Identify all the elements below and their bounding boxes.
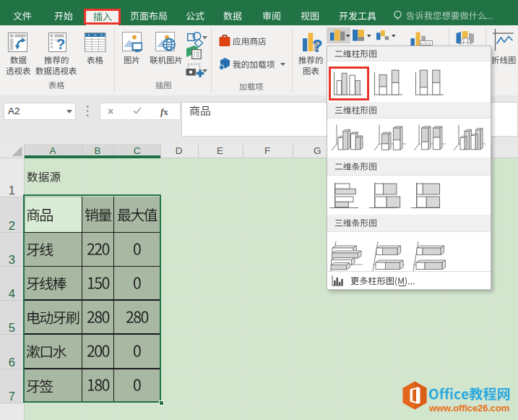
svg-text:?: ? bbox=[56, 36, 65, 52]
